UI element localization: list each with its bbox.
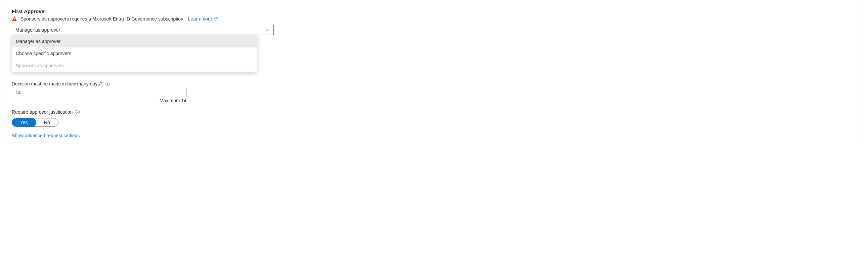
- approver-option-sponsors: Sponsors as approvers: [12, 60, 257, 71]
- info-icon[interactable]: [105, 81, 110, 86]
- approver-option-manager[interactable]: Manager as approver: [12, 35, 257, 48]
- chevron-down-icon: [266, 28, 270, 32]
- justification-block: Require approver justification Yes No: [12, 109, 856, 127]
- approver-option-specific[interactable]: Choose specific approvers: [12, 48, 257, 60]
- show-advanced-link[interactable]: Show advanced request settings: [12, 133, 856, 138]
- approver-select-value: Manager as approver: [16, 27, 60, 33]
- approver-select[interactable]: Manager as approver: [12, 25, 274, 35]
- learn-more-label: Learn more.: [188, 16, 213, 22]
- justification-toggle: Yes No: [12, 118, 58, 127]
- decision-days-input[interactable]: [12, 88, 186, 97]
- decision-days-helper: Maximum 14: [12, 98, 186, 103]
- learn-more-link[interactable]: Learn more.: [188, 16, 218, 22]
- justification-yes[interactable]: Yes: [12, 118, 36, 127]
- section-title: First Approver: [12, 8, 856, 14]
- first-approver-panel: First Approver Sponsors as approvers req…: [4, 3, 864, 145]
- svg-rect-1: [14, 20, 15, 21]
- decision-days-label: Decision must be made in how many days?: [12, 81, 102, 86]
- sponsors-warning: Sponsors as approvers requires a Microso…: [12, 16, 856, 22]
- external-link-icon: [214, 17, 218, 21]
- approver-dropdown: Manager as approver Choose specific appr…: [12, 35, 257, 71]
- svg-rect-0: [14, 18, 15, 20]
- info-icon[interactable]: [75, 110, 80, 114]
- justification-no[interactable]: No: [36, 118, 58, 126]
- svg-point-4: [107, 82, 108, 83]
- approver-select-wrap: Manager as approver Manager as approver …: [12, 25, 274, 71]
- warning-text: Sponsors as approvers requires a Microso…: [21, 16, 185, 22]
- svg-point-7: [78, 111, 78, 111]
- warning-icon: [12, 16, 17, 22]
- justification-label: Require approver justification: [12, 109, 72, 115]
- decision-days-block: Decision must be made in how many days? …: [12, 81, 856, 103]
